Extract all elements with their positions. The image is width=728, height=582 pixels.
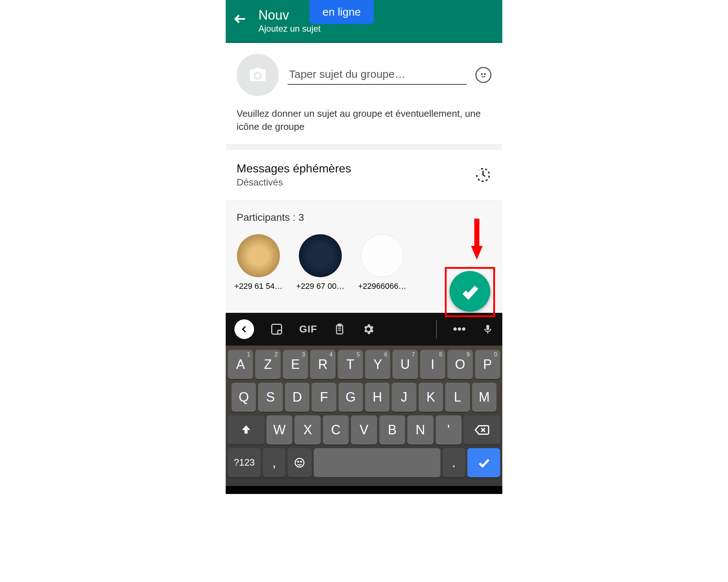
participant-phone: +229 61 54… — [234, 282, 283, 291]
key-p[interactable]: P0 — [475, 350, 500, 379]
svg-rect-4 — [272, 324, 282, 334]
sticker-icon[interactable] — [270, 323, 283, 336]
confirm-button[interactable] — [450, 271, 490, 312]
backspace-key[interactable] — [464, 415, 500, 445]
on-screen-keyboard: GIF ••• A1Z2E3R4T5Y6U7I8O9P0 QSDFGHJKLM — [226, 313, 502, 494]
comma-key[interactable]: , — [263, 448, 285, 477]
svg-point-11 — [301, 461, 302, 462]
key-m[interactable]: M — [472, 383, 496, 412]
keyboard-toolbar: GIF ••• — [226, 313, 502, 346]
participant-item[interactable]: +229 67 00… — [298, 234, 342, 291]
confirm-fab-highlight — [445, 267, 495, 317]
key-q[interactable]: Q — [232, 383, 256, 412]
participants-section: Participants : 3 +229 61 54… +229 67 00…… — [226, 200, 502, 313]
enter-key[interactable] — [467, 448, 500, 477]
check-icon — [460, 282, 480, 301]
svg-point-0 — [482, 73, 483, 75]
avatar — [237, 234, 280, 277]
section-divider — [226, 144, 502, 150]
avatar — [361, 234, 404, 277]
key-o[interactable]: O9 — [447, 350, 472, 379]
key-d[interactable]: D — [285, 383, 309, 412]
svg-point-1 — [484, 73, 486, 75]
participant-item[interactable]: +22966066… — [360, 234, 404, 291]
key-c[interactable]: C — [323, 415, 349, 445]
key-k[interactable]: K — [419, 383, 443, 412]
emoji-picker-button[interactable] — [475, 67, 491, 83]
key-v[interactable]: V — [351, 415, 377, 445]
key-z[interactable]: Z2 — [255, 350, 280, 379]
app-header: Nouv Ajoutez un sujet en ligne — [226, 0, 502, 43]
phone-frame: Nouv Ajoutez un sujet en ligne Veuillez … — [226, 0, 502, 582]
nav-bar-placeholder — [226, 486, 502, 494]
key-h[interactable]: H — [365, 383, 389, 412]
shift-key[interactable] — [228, 415, 264, 445]
key-e[interactable]: E3 — [283, 350, 308, 379]
participant-phone: +22966066… — [358, 282, 407, 291]
svg-point-9 — [295, 458, 304, 467]
timer-icon — [475, 167, 491, 183]
gif-button[interactable]: GIF — [299, 323, 317, 335]
participant-phone: +229 67 00… — [296, 282, 345, 291]
online-badge: en ligne — [309, 0, 374, 24]
key-t[interactable]: T5 — [338, 350, 363, 379]
key-w[interactable]: W — [266, 415, 292, 445]
svg-point-10 — [298, 461, 299, 462]
clipboard-icon[interactable] — [333, 323, 346, 335]
key-i[interactable]: I8 — [420, 350, 445, 379]
camera-icon — [248, 65, 267, 84]
space-key[interactable] — [314, 448, 440, 477]
key-b[interactable]: B — [379, 415, 405, 445]
more-options-icon[interactable]: ••• — [453, 322, 466, 336]
key-y[interactable]: Y6 — [365, 350, 390, 379]
key-l[interactable]: L — [445, 383, 470, 412]
ephemeral-messages-row[interactable]: Messages éphémères Désactivés — [226, 150, 502, 200]
group-photo-button[interactable] — [237, 54, 279, 96]
period-key[interactable]: . — [443, 448, 465, 477]
ephemeral-status: Désactivés — [237, 177, 351, 188]
participants-count-label: Participants : 3 — [237, 212, 491, 223]
ephemeral-title: Messages éphémères — [237, 162, 351, 175]
numbers-key[interactable]: ?123 — [228, 448, 261, 477]
key-x[interactable]: X — [294, 415, 320, 445]
key-r[interactable]: R4 — [310, 350, 335, 379]
participant-item[interactable]: +229 61 54… — [237, 234, 280, 291]
back-arrow-icon[interactable] — [233, 12, 248, 30]
key-apostrophe[interactable]: ' — [436, 415, 462, 445]
key-j[interactable]: J — [392, 383, 416, 412]
key-g[interactable]: G — [339, 383, 363, 412]
key-s[interactable]: S — [258, 383, 282, 412]
keyboard-collapse-button[interactable] — [234, 319, 254, 339]
toolbar-separator — [436, 320, 437, 338]
key-u[interactable]: U7 — [392, 350, 418, 379]
page-subtitle: Ajoutez un sujet — [258, 24, 321, 34]
instruction-text: Veuillez donner un sujet au groupe et év… — [226, 103, 502, 144]
settings-gear-icon[interactable] — [362, 323, 375, 336]
key-f[interactable]: F — [312, 383, 336, 412]
emoji-key[interactable] — [288, 448, 312, 477]
microphone-icon[interactable] — [482, 323, 494, 335]
key-n[interactable]: N — [407, 415, 433, 445]
key-a[interactable]: A1 — [228, 350, 253, 379]
avatar — [299, 234, 342, 277]
subject-section — [226, 43, 502, 103]
group-subject-input[interactable] — [288, 65, 467, 85]
